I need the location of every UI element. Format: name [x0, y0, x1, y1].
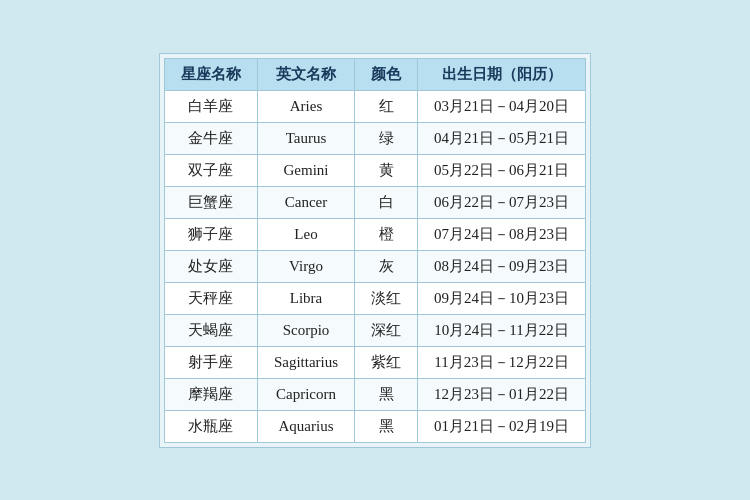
cell-chinese: 摩羯座: [164, 378, 257, 410]
cell-date: 11月23日－12月22日: [418, 346, 586, 378]
cell-chinese: 水瓶座: [164, 410, 257, 442]
cell-english: Leo: [257, 218, 354, 250]
table-row: 狮子座Leo橙07月24日－08月23日: [164, 218, 585, 250]
cell-english: Libra: [257, 282, 354, 314]
cell-chinese: 狮子座: [164, 218, 257, 250]
cell-color: 黑: [355, 378, 418, 410]
cell-english: Capricorn: [257, 378, 354, 410]
cell-english: Gemini: [257, 154, 354, 186]
cell-english: Scorpio: [257, 314, 354, 346]
cell-chinese: 金牛座: [164, 122, 257, 154]
table-row: 金牛座Taurus绿04月21日－05月21日: [164, 122, 585, 154]
table-row: 射手座Sagittarius紫红11月23日－12月22日: [164, 346, 585, 378]
cell-color: 红: [355, 90, 418, 122]
cell-english: Taurus: [257, 122, 354, 154]
cell-color: 淡红: [355, 282, 418, 314]
cell-chinese: 双子座: [164, 154, 257, 186]
cell-date: 06月22日－07月23日: [418, 186, 586, 218]
table-header-row: 星座名称 英文名称 颜色 出生日期（阳历）: [164, 58, 585, 90]
cell-date: 05月22日－06月21日: [418, 154, 586, 186]
cell-chinese: 处女座: [164, 250, 257, 282]
cell-date: 12月23日－01月22日: [418, 378, 586, 410]
cell-date: 03月21日－04月20日: [418, 90, 586, 122]
cell-english: Cancer: [257, 186, 354, 218]
cell-color: 橙: [355, 218, 418, 250]
cell-chinese: 白羊座: [164, 90, 257, 122]
table-row: 处女座Virgo灰08月24日－09月23日: [164, 250, 585, 282]
table-row: 天蝎座Scorpio深红10月24日－11月22日: [164, 314, 585, 346]
cell-color: 白: [355, 186, 418, 218]
col-header-english: 英文名称: [257, 58, 354, 90]
cell-color: 绿: [355, 122, 418, 154]
cell-chinese: 天秤座: [164, 282, 257, 314]
cell-english: Aquarius: [257, 410, 354, 442]
table-row: 巨蟹座Cancer白06月22日－07月23日: [164, 186, 585, 218]
cell-date: 08月24日－09月23日: [418, 250, 586, 282]
table-row: 水瓶座Aquarius黑01月21日－02月19日: [164, 410, 585, 442]
cell-chinese: 射手座: [164, 346, 257, 378]
col-header-color: 颜色: [355, 58, 418, 90]
cell-date: 07月24日－08月23日: [418, 218, 586, 250]
cell-english: Aries: [257, 90, 354, 122]
table-row: 双子座Gemini黄05月22日－06月21日: [164, 154, 585, 186]
cell-color: 灰: [355, 250, 418, 282]
cell-english: Sagittarius: [257, 346, 354, 378]
cell-date: 01月21日－02月19日: [418, 410, 586, 442]
cell-english: Virgo: [257, 250, 354, 282]
cell-chinese: 天蝎座: [164, 314, 257, 346]
cell-date: 09月24日－10月23日: [418, 282, 586, 314]
col-header-chinese: 星座名称: [164, 58, 257, 90]
cell-date: 10月24日－11月22日: [418, 314, 586, 346]
cell-color: 黑: [355, 410, 418, 442]
cell-chinese: 巨蟹座: [164, 186, 257, 218]
zodiac-table-container: 星座名称 英文名称 颜色 出生日期（阳历） 白羊座Aries红03月21日－04…: [159, 53, 591, 448]
cell-date: 04月21日－05月21日: [418, 122, 586, 154]
table-row: 摩羯座Capricorn黑12月23日－01月22日: [164, 378, 585, 410]
zodiac-table: 星座名称 英文名称 颜色 出生日期（阳历） 白羊座Aries红03月21日－04…: [164, 58, 586, 443]
cell-color: 黄: [355, 154, 418, 186]
table-row: 天秤座Libra淡红09月24日－10月23日: [164, 282, 585, 314]
cell-color: 深红: [355, 314, 418, 346]
col-header-date: 出生日期（阳历）: [418, 58, 586, 90]
table-row: 白羊座Aries红03月21日－04月20日: [164, 90, 585, 122]
cell-color: 紫红: [355, 346, 418, 378]
